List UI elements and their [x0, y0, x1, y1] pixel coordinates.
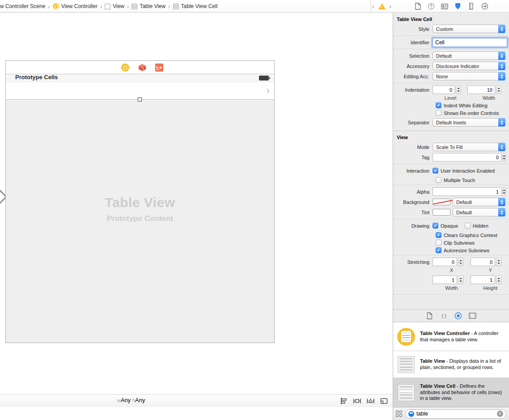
identifier-field[interactable]	[433, 38, 507, 47]
connections-inspector-icon[interactable]	[481, 3, 488, 10]
autoresize-subviews-checkbox[interactable]: ✓	[436, 247, 441, 253]
separator-label: Separator	[393, 120, 433, 125]
size-inspector-icon[interactable]	[467, 3, 475, 10]
table-view-canvas[interactable]: Table View Prototype Content	[6, 100, 274, 343]
code-snippet-library-icon[interactable]: { }	[440, 312, 448, 319]
resizing-behavior-button[interactable]	[380, 397, 388, 405]
divider	[393, 164, 509, 164]
indent-while-editing-checkbox[interactable]: ✓	[436, 102, 441, 108]
breadcrumb-item-table-view[interactable]: Table View	[131, 3, 165, 9]
library-view-toggle-icon[interactable]	[396, 411, 403, 417]
library-search-bar: ✕	[393, 407, 509, 420]
breadcrumb-item-view[interactable]: View	[105, 3, 124, 9]
style-dropdown[interactable]: Custom	[433, 25, 505, 33]
table-view-watermark: Table View Prototype Content	[6, 195, 274, 223]
inspector-tab-bar: ?	[393, 0, 509, 13]
dock-first-responder-icon[interactable]: 1	[138, 64, 146, 72]
align-button[interactable]	[339, 397, 348, 405]
library-item-table-view[interactable]: Table View - Displays data in a list of …	[393, 351, 509, 378]
library-item-table-view-cell[interactable]: Table View Cell - Defines the attributes…	[393, 378, 509, 407]
stretching-width-stepper[interactable]	[458, 276, 463, 284]
breadcrumb-separator-icon: ›	[45, 3, 52, 10]
clears-graphics-checkbox[interactable]: ✓	[436, 232, 441, 238]
clear-search-icon[interactable]: ✕	[497, 411, 503, 417]
search-filter-icon[interactable]	[408, 411, 414, 417]
stretching-width-field[interactable]	[433, 276, 457, 284]
table-view-cell-canvas[interactable]: ›	[6, 82, 274, 100]
multiple-touch-checkbox[interactable]	[436, 177, 441, 183]
x-caption: X	[436, 267, 467, 273]
object-library-icon[interactable]	[454, 312, 462, 319]
hidden-checkbox[interactable]	[465, 223, 471, 229]
alpha-field[interactable]	[433, 187, 501, 196]
breadcrumb-item-table-view-cell[interactable]: Table View Cell	[173, 3, 218, 9]
indentation-width-stepper[interactable]	[496, 85, 501, 94]
indentation-level-stepper[interactable]	[456, 85, 461, 94]
tag-stepper[interactable]	[502, 153, 506, 161]
dropdown-arrows-icon	[498, 198, 505, 206]
auto-layout-buttons	[339, 397, 388, 405]
separator-dropdown[interactable]: Default Insets	[433, 118, 505, 127]
divider	[393, 35, 509, 36]
warning-icon[interactable]: !	[378, 3, 386, 9]
stretching-height-stepper[interactable]	[496, 276, 501, 284]
pin-button[interactable]	[353, 397, 361, 405]
user-interaction-checkbox[interactable]: ✓	[433, 168, 438, 174]
mode-dropdown[interactable]: Scale To Fill	[433, 143, 505, 151]
file-inspector-icon[interactable]	[414, 3, 421, 10]
breadcrumb-item-view-controller[interactable]: View Controller	[53, 3, 98, 9]
file-template-library-icon[interactable]	[426, 312, 433, 319]
accessory-dropdown[interactable]: Disclosure Indicator	[433, 62, 505, 70]
watermark-subtitle: Prototype Content	[6, 214, 274, 223]
breadcrumb-separator-icon: ›	[165, 3, 173, 10]
tag-field[interactable]	[433, 153, 501, 161]
view-controller-scene[interactable]: 1 Prototype Cells › Table View Prototype…	[5, 60, 275, 343]
back-button[interactable]: ‹	[372, 3, 374, 9]
indentation-width-field[interactable]	[467, 85, 495, 94]
stretching-x-field[interactable]	[433, 258, 457, 266]
identity-inspector-icon[interactable]	[441, 3, 448, 10]
shows-reorder-label: Shows Re-order Controls	[444, 110, 499, 116]
dock-view-controller-icon[interactable]	[121, 64, 129, 72]
xcode-interface-builder: w Controller Scene › View Controller › V…	[0, 0, 509, 420]
attributes-inspector-icon[interactable]	[454, 3, 462, 10]
media-library-icon[interactable]	[469, 312, 476, 319]
divider	[393, 219, 509, 219]
size-class-control[interactable]: wAny hAny	[117, 397, 145, 403]
tint-color-well[interactable]	[433, 209, 450, 216]
library-tab-bar: { }	[393, 309, 509, 322]
divider	[393, 255, 509, 255]
library-search-field[interactable]: ✕	[405, 409, 506, 419]
quick-help-inspector-icon[interactable]: ?	[427, 3, 435, 10]
cell-resize-handle[interactable]	[138, 98, 142, 102]
storyboard-canvas[interactable]: 1 Prototype Cells › Table View Prototype…	[0, 13, 393, 407]
forward-button[interactable]: ›	[389, 3, 391, 9]
object-library-list: Table View Controller - A controller tha…	[393, 322, 509, 420]
stretching-y-stepper[interactable]	[496, 258, 501, 266]
opaque-checkbox[interactable]: ✓	[433, 223, 438, 229]
breadcrumb-label: w Controller Scene	[0, 3, 45, 9]
stretching-height-field[interactable]	[471, 276, 495, 284]
editing-accessory-dropdown[interactable]: None	[433, 72, 505, 81]
shows-reorder-checkbox[interactable]	[436, 110, 441, 116]
alpha-stepper[interactable]	[502, 187, 506, 196]
mode-label: Mode	[393, 144, 433, 150]
tint-dropdown[interactable]: Default	[453, 208, 505, 216]
search-input[interactable]	[416, 411, 495, 417]
indentation-level-field[interactable]	[433, 85, 455, 94]
stretching-y-field[interactable]	[471, 258, 495, 266]
resolve-auto-layout-button[interactable]	[366, 397, 375, 405]
height-caption: Height	[475, 285, 506, 291]
selection-dropdown[interactable]: Default	[433, 51, 505, 60]
dock-exit-icon[interactable]	[155, 64, 163, 72]
stretching-x-stepper[interactable]	[458, 258, 463, 266]
clip-subviews-checkbox[interactable]	[436, 240, 441, 246]
indentation-label: Indentation	[393, 87, 433, 93]
table-view-library-icon	[397, 355, 416, 374]
background-dropdown[interactable]: Default	[453, 198, 505, 206]
library-item-table-view-controller[interactable]: Table View Controller - A controller tha…	[393, 322, 509, 351]
breadcrumb-item-scene[interactable]: w Controller Scene	[0, 3, 45, 9]
background-color-well[interactable]	[433, 199, 450, 205]
dropdown-arrows-icon	[498, 143, 505, 151]
scene-dock: 1	[6, 61, 274, 74]
